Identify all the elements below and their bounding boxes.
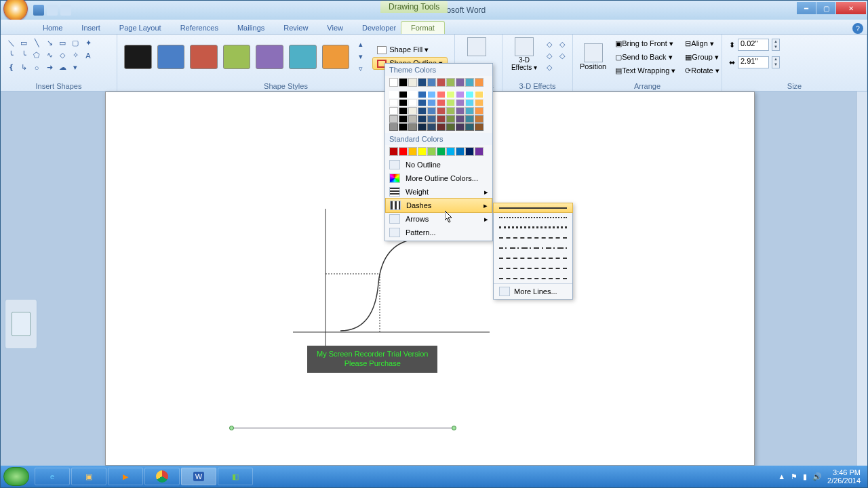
color-swatch[interactable] bbox=[399, 123, 408, 131]
dashes-item[interactable]: Dashes▸ bbox=[385, 198, 492, 213]
task-explorer[interactable]: ▣ bbox=[71, 468, 106, 485]
color-swatch[interactable] bbox=[389, 91, 398, 98]
task-ie[interactable]: e bbox=[35, 468, 70, 485]
shape-star-icon[interactable]: ✧ bbox=[69, 49, 81, 61]
color-swatch[interactable] bbox=[465, 91, 474, 98]
color-swatch[interactable] bbox=[427, 115, 436, 123]
network-icon[interactable]: ▮ bbox=[803, 472, 807, 481]
undo-icon[interactable] bbox=[47, 5, 58, 16]
color-swatch[interactable] bbox=[437, 147, 446, 156]
edit-shape-icon[interactable]: ✦ bbox=[82, 37, 94, 49]
color-swatch[interactable] bbox=[456, 107, 465, 115]
color-swatch[interactable] bbox=[418, 107, 427, 115]
tab-format[interactable]: Format bbox=[401, 21, 445, 34]
color-swatch[interactable] bbox=[446, 91, 455, 98]
tilt-up-icon[interactable]: ◇ bbox=[543, 39, 555, 50]
shape-oval-icon[interactable]: ○ bbox=[31, 62, 43, 73]
shape-callout-icon[interactable]: ◇ bbox=[56, 49, 68, 61]
tilt-down-icon[interactable]: ◇ bbox=[543, 62, 555, 73]
style-swatch[interactable] bbox=[124, 45, 152, 69]
shape-connector2-icon[interactable]: ╰ bbox=[18, 49, 30, 61]
color-swatch[interactable] bbox=[399, 115, 408, 123]
shape-arrow-icon[interactable]: ↘ bbox=[43, 37, 56, 49]
color-swatch[interactable] bbox=[475, 107, 484, 115]
color-swatch[interactable] bbox=[389, 115, 398, 123]
color-swatch[interactable] bbox=[408, 91, 417, 98]
style-swatch[interactable] bbox=[289, 45, 317, 69]
shape-line2-icon[interactable]: ╲ bbox=[31, 37, 43, 49]
color-swatch[interactable] bbox=[427, 147, 436, 156]
tilt-left-icon[interactable]: ◇ bbox=[543, 50, 555, 62]
color-swatch[interactable] bbox=[408, 78, 417, 87]
color-swatch[interactable] bbox=[408, 147, 417, 156]
shape-fill-button[interactable]: Shape Fill ▾ bbox=[372, 43, 448, 56]
tab-mailings[interactable]: Mailings bbox=[228, 22, 274, 34]
color-swatch[interactable] bbox=[389, 147, 398, 156]
more-lines-item[interactable]: More Lines... bbox=[494, 283, 572, 299]
group-button[interactable]: ▦ Group ▾ bbox=[680, 51, 724, 64]
dash-square-dot[interactable] bbox=[494, 222, 572, 232]
color-swatch[interactable] bbox=[465, 147, 474, 156]
color-swatch[interactable] bbox=[427, 107, 436, 115]
shape-brace-icon[interactable]: ❴ bbox=[5, 62, 17, 73]
tab-developer[interactable]: Developer bbox=[353, 22, 406, 34]
pattern-item[interactable]: Pattern... bbox=[385, 226, 492, 239]
volume-icon[interactable]: 🔊 bbox=[812, 472, 822, 481]
dash-solid[interactable] bbox=[493, 203, 573, 213]
task-recorder[interactable]: ◧ bbox=[218, 468, 253, 485]
style-swatch[interactable] bbox=[190, 45, 218, 69]
color-swatch[interactable] bbox=[465, 115, 474, 123]
color-swatch[interactable] bbox=[399, 91, 408, 98]
color-swatch[interactable] bbox=[418, 78, 427, 87]
color-swatch[interactable] bbox=[389, 99, 398, 106]
height-input[interactable]: 0.02" bbox=[738, 39, 769, 51]
tilt-icon[interactable]: ◇ bbox=[556, 39, 568, 50]
style-swatch[interactable] bbox=[223, 45, 251, 69]
color-swatch[interactable] bbox=[399, 99, 408, 106]
color-swatch[interactable] bbox=[446, 115, 455, 123]
dash-dash-dot[interactable] bbox=[494, 243, 572, 253]
color-swatch[interactable] bbox=[437, 99, 446, 106]
color-swatch[interactable] bbox=[408, 115, 417, 123]
dash-long-dash-dot[interactable] bbox=[494, 263, 572, 273]
close-button[interactable]: ✕ bbox=[836, 2, 866, 14]
color-swatch[interactable] bbox=[437, 123, 446, 131]
weight-item[interactable]: Weight▸ bbox=[385, 185, 492, 199]
action-center-icon[interactable]: ⚑ bbox=[791, 472, 797, 481]
width-spinner[interactable]: ▲▼ bbox=[772, 56, 780, 68]
textbox-icon[interactable]: A bbox=[82, 49, 94, 61]
dash-long-dash-dot-dot[interactable] bbox=[494, 273, 572, 283]
text-wrapping-button[interactable]: ▤ Text Wrapping ▾ bbox=[610, 64, 680, 77]
color-swatch[interactable] bbox=[408, 99, 417, 106]
color-swatch[interactable] bbox=[475, 99, 484, 106]
gallery-down-icon[interactable]: ▾ bbox=[355, 51, 367, 62]
color-swatch[interactable] bbox=[465, 123, 474, 131]
color-swatch[interactable] bbox=[446, 107, 455, 115]
shape-connector-icon[interactable]: ╰ bbox=[5, 49, 17, 61]
color-swatch[interactable] bbox=[389, 123, 398, 131]
color-swatch[interactable] bbox=[427, 99, 436, 106]
color-swatch[interactable] bbox=[465, 99, 474, 106]
maximize-button[interactable]: ▢ bbox=[816, 2, 835, 14]
color-swatch[interactable] bbox=[465, 78, 474, 87]
color-swatch[interactable] bbox=[418, 123, 427, 131]
color-swatch[interactable] bbox=[446, 78, 455, 87]
color-swatch[interactable] bbox=[446, 123, 455, 131]
rotate-button[interactable]: ⟳ Rotate ▾ bbox=[680, 64, 724, 77]
shape-cloud-icon[interactable]: ☁ bbox=[56, 62, 68, 73]
color-swatch[interactable] bbox=[456, 123, 465, 131]
color-swatch[interactable] bbox=[418, 115, 427, 123]
tab-page-layout[interactable]: Page Layout bbox=[110, 22, 171, 34]
task-word[interactable]: W bbox=[181, 468, 216, 485]
3d-effects-button[interactable]: 3-D Effects ▾ bbox=[505, 36, 543, 73]
style-swatch[interactable] bbox=[157, 45, 185, 69]
color-swatch[interactable] bbox=[389, 78, 398, 87]
color-swatch[interactable] bbox=[408, 107, 417, 115]
more-outline-colors-item[interactable]: More Outline Colors... bbox=[385, 171, 492, 185]
shape-connector3-icon[interactable]: ↳ bbox=[18, 62, 30, 73]
color-swatch[interactable] bbox=[456, 99, 465, 106]
dash-round-dot[interactable] bbox=[494, 212, 572, 222]
color-swatch[interactable] bbox=[437, 115, 446, 123]
shape-rect2-icon[interactable]: ▭ bbox=[56, 37, 68, 49]
shape-arrow2-icon[interactable]: ➜ bbox=[43, 62, 56, 73]
